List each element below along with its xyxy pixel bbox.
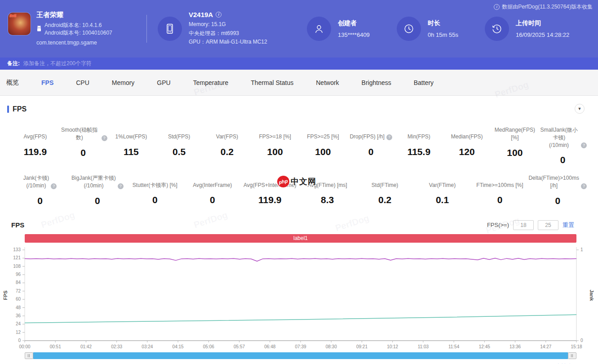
help-icon[interactable] xyxy=(581,183,587,189)
stat-label: Min(FPS) xyxy=(395,126,443,141)
upload-label: 上传时间 xyxy=(516,19,569,27)
stat-value: 0.1 xyxy=(414,195,471,205)
svg-text:24: 24 xyxy=(16,321,21,326)
chart-range-scrollbar xyxy=(25,352,576,359)
stat-label: FPS>=18 [%] xyxy=(251,126,299,141)
stat-value: 0.2 xyxy=(356,195,414,205)
tab-network[interactable]: Network xyxy=(316,79,350,86)
stat-label-text: Jank(卡顿) (/10min) xyxy=(23,174,49,190)
stat-cell: MedRange(FPS)[%] 100 xyxy=(491,126,539,165)
svg-text:84: 84 xyxy=(16,280,21,285)
stat-label-text: BigJank(严重卡顿) (/10min) xyxy=(71,174,116,190)
stat-value: 0 xyxy=(471,195,529,205)
tab-fps[interactable]: FPS xyxy=(41,79,65,86)
help-icon[interactable] xyxy=(386,134,392,140)
stat-label-text: Median(FPS) xyxy=(451,133,483,141)
stat-cell: Std(FPS) 0.5 xyxy=(155,126,203,165)
chart-header: FPS FPS(>=) 重置 xyxy=(11,220,587,231)
svg-text:10:12: 10:12 xyxy=(387,344,398,349)
stat-value: 8.3 xyxy=(299,195,356,205)
stat-cell: FTime>=100ms [%] 0 xyxy=(471,174,529,206)
device-info-block: V2419A Memory: 15.1G 中央处理器：mt6993 GPU：AR… xyxy=(158,11,307,47)
stat-label: Std(FTime) xyxy=(356,174,414,189)
device-memory: Memory: 15.1G xyxy=(189,20,267,29)
stat-label: SmallJank(微小卡顿) (/10min) xyxy=(539,126,587,149)
svg-text:133: 133 xyxy=(13,247,21,252)
tab-temperature[interactable]: Temperature xyxy=(193,79,240,86)
tab-thermal-status[interactable]: Thermal Status xyxy=(251,79,305,86)
stat-value: 100 xyxy=(251,146,299,157)
collapse-section-button[interactable] xyxy=(575,104,585,114)
info-icon[interactable] xyxy=(216,12,221,18)
app-icon-badge: 5v5 xyxy=(9,13,16,18)
help-icon[interactable] xyxy=(118,183,124,189)
tab-label: Network xyxy=(316,79,339,86)
scrollbar-right-grip-icon[interactable] xyxy=(568,352,576,359)
stat-cell: Stutter(卡顿率) [%] 0 xyxy=(126,174,184,206)
svg-text:14:27: 14:27 xyxy=(540,344,551,349)
tab-gpu[interactable]: GPU xyxy=(157,79,182,86)
app-package: com.tencent.tmgp.sgame xyxy=(36,39,112,47)
stat-value: 0 xyxy=(347,146,395,157)
help-icon[interactable] xyxy=(581,142,587,148)
stat-label: FPS>=25 [%] xyxy=(299,126,347,141)
stat-label-text: MedRange(FPS)[%] xyxy=(491,126,539,142)
svg-text:00:00: 00:00 xyxy=(19,344,30,349)
chart-title: FPS xyxy=(11,221,24,229)
help-icon[interactable] xyxy=(102,135,107,141)
stat-label-text: Delta(FTime)>100ms [/h] xyxy=(528,174,579,190)
stat-label-text: Min(FPS) xyxy=(408,133,430,141)
svg-text:1: 1 xyxy=(580,247,583,252)
stats-row-2: Jank(卡顿) (/10min) 0 BigJank(严重卡顿) (/10mi… xyxy=(0,174,598,206)
stat-cell: BigJank(严重卡顿) (/10min) 0 xyxy=(69,174,126,206)
stat-label-text: Avg(FPS+InterFrame) xyxy=(244,182,296,189)
section-header: FPS xyxy=(7,104,591,115)
stat-value: 0 xyxy=(59,147,107,158)
tab-brightness[interactable]: Brightness xyxy=(362,79,403,86)
stat-cell: Median(FPS) 120 xyxy=(443,126,491,165)
svg-text:05:06: 05:06 xyxy=(203,344,214,349)
fps-threshold-input-1[interactable] xyxy=(513,220,534,230)
tab-battery[interactable]: Battery xyxy=(414,79,445,86)
tab-cpu[interactable]: CPU xyxy=(76,79,101,86)
tab-label: 概览 xyxy=(6,79,19,86)
stat-value: 0 xyxy=(184,195,241,205)
notes-bar[interactable]: 备注: 添加备注，不超过200个字符 xyxy=(0,58,598,70)
stat-value: 0 xyxy=(69,195,126,206)
stat-value: 119.9 xyxy=(241,195,299,205)
fps-chart-canvas[interactable]: 012243648607284961081211330100:0000:5101… xyxy=(0,245,598,351)
stat-cell: Smooth(稳帧指数) 0 xyxy=(59,126,107,165)
stat-cell: FPS>=18 [%] 100 xyxy=(251,126,299,165)
fps-threshold-input-2[interactable] xyxy=(538,220,558,230)
stat-label: BigJank(严重卡顿) (/10min) xyxy=(69,174,126,190)
app-info-block: 5v5 王者荣耀 Android版本名 xyxy=(8,11,143,47)
svg-text:48: 48 xyxy=(16,305,21,310)
tab-label: Temperature xyxy=(193,79,229,86)
stat-value: 115.9 xyxy=(395,146,443,157)
tab-label: CPU xyxy=(76,79,89,86)
creator-label: 创建者 xyxy=(338,19,370,27)
reset-button[interactable]: 重置 xyxy=(563,221,574,229)
perfdog-report-page: 5v5 王者荣耀 Android版本名 xyxy=(0,0,598,364)
tab-memory[interactable]: Memory xyxy=(112,79,146,86)
svg-text:09:21: 09:21 xyxy=(356,344,368,349)
stat-cell: Std(FTime) 0.2 xyxy=(356,174,414,206)
stat-cell: SmallJank(微小卡顿) (/10min) 0 xyxy=(539,126,587,165)
stat-label: Median(FPS) xyxy=(443,126,491,141)
scrollbar-track[interactable] xyxy=(33,352,568,359)
svg-text:08:30: 08:30 xyxy=(326,344,337,349)
tab-概览[interactable]: 概览 xyxy=(6,79,30,87)
svg-text:96: 96 xyxy=(16,272,21,277)
stat-label: Delta(FTime)>100ms [/h] xyxy=(528,174,587,190)
tab-label: Thermal Status xyxy=(251,79,293,86)
help-icon[interactable] xyxy=(51,183,57,189)
svg-text:Jank: Jank xyxy=(589,289,594,301)
svg-text:72: 72 xyxy=(16,289,21,293)
svg-text:11:03: 11:03 xyxy=(418,344,429,349)
scrollbar-left-grip-icon[interactable] xyxy=(25,352,33,359)
stat-value: 100 xyxy=(491,147,539,158)
svg-text:05:57: 05:57 xyxy=(234,344,245,349)
svg-text:15:18: 15:18 xyxy=(571,344,582,349)
device-gpu: GPU：ARM Mali-G1-Ultra MC12 xyxy=(189,38,267,47)
chart-legend: FPS Smooth 1%Low(FPS) SmallJank Jank Big… xyxy=(0,362,598,364)
